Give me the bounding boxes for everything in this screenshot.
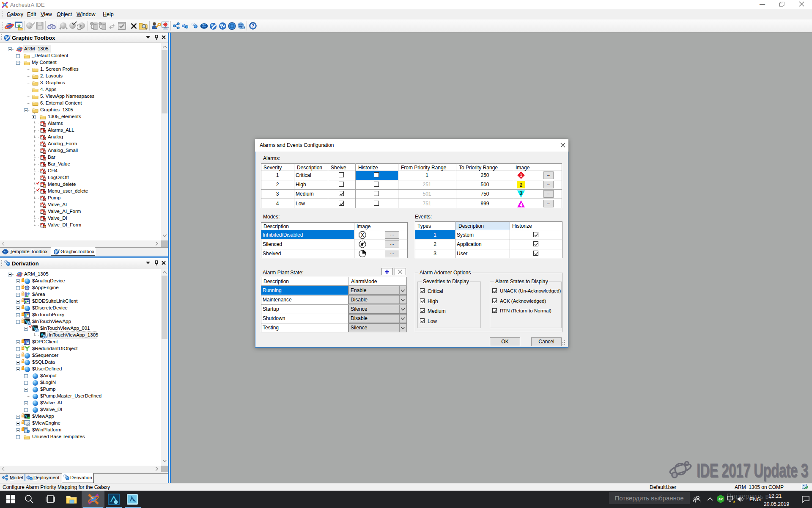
svg-text:4: 4 (520, 202, 523, 207)
svg-text:3: 3 (520, 190, 522, 196)
svg-text:2: 2 (520, 182, 522, 188)
svg-text:1: 1 (520, 173, 522, 178)
svg-text:ex: ex (719, 497, 723, 501)
svg-text:X: X (361, 233, 364, 237)
svg-text:?: ? (252, 24, 254, 28)
